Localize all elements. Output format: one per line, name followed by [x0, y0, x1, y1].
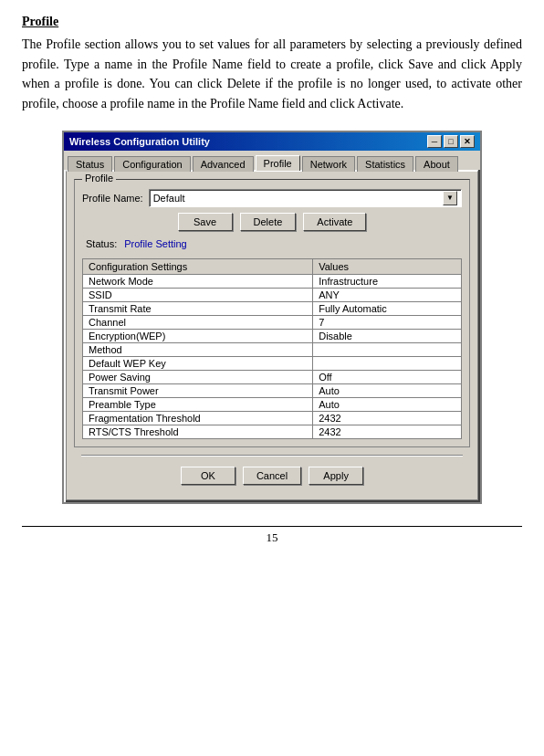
setting-value: 2432 — [313, 411, 462, 425]
setting-name: Transmit Power — [83, 383, 313, 397]
ok-button[interactable]: OK — [181, 467, 235, 485]
tab-profile[interactable]: Profile — [256, 155, 300, 171]
setting-value: Infrastructure — [313, 274, 462, 288]
close-button[interactable]: ✕ — [460, 135, 475, 148]
footer-divider — [81, 455, 463, 456]
setting-name: Method — [83, 342, 313, 356]
titlebar-controls: ─ □ ✕ — [427, 135, 475, 148]
table-row: Transmit PowerAuto — [83, 383, 462, 397]
table-row: Power SavingOff — [83, 370, 462, 383]
setting-value: Auto — [313, 383, 462, 397]
setting-value: Off — [313, 370, 462, 383]
setting-name: Power Saving — [83, 370, 313, 383]
col-header-settings: Configuration Settings — [83, 258, 313, 274]
table-row: Encryption(WEP)Disable — [83, 329, 462, 342]
table-row: Network ModeInfrastructure — [83, 274, 462, 288]
setting-name: SSID — [83, 288, 313, 301]
col-header-values: Values — [313, 258, 462, 274]
status-row: Status: Profile Setting — [82, 236, 462, 251]
tab-advanced[interactable]: Advanced — [193, 156, 254, 172]
table-row: Preamble TypeAuto — [83, 397, 462, 411]
table-row: SSIDANY — [83, 288, 462, 301]
dialog-content: Profile Profile Name: Default ▼ Save Del… — [66, 170, 478, 500]
table-row: Fragmentation Threshold2432 — [83, 411, 462, 425]
setting-name: Encryption(WEP) — [83, 329, 313, 342]
status-value: Profile Setting — [124, 238, 186, 249]
tab-network[interactable]: Network — [302, 156, 355, 172]
table-row: Transmit RateFully Automatic — [83, 301, 462, 315]
table-row: Channel7 — [83, 315, 462, 329]
status-label: Status: — [86, 238, 117, 249]
table-row: Method — [83, 342, 462, 356]
dialog-title: Wireless Configuration Utility — [69, 136, 210, 147]
dialog-titlebar: Wireless Configuration Utility ─ □ ✕ — [64, 132, 480, 151]
setting-value — [313, 342, 462, 356]
table-row: RTS/CTS Threshold2432 — [83, 425, 462, 438]
setting-name: RTS/CTS Threshold — [83, 425, 313, 438]
minimize-button[interactable]: ─ — [427, 135, 442, 148]
setting-name: Network Mode — [83, 274, 313, 288]
page-footer: 15 — [22, 526, 522, 545]
dialog-footer-buttons: OK Cancel Apply — [74, 461, 470, 492]
maximize-button[interactable]: □ — [444, 135, 458, 148]
setting-value: Disable — [313, 329, 462, 342]
dropdown-arrow-icon: ▼ — [443, 191, 457, 205]
setting-name: Fragmentation Threshold — [83, 411, 313, 425]
save-button[interactable]: Save — [178, 213, 233, 231]
apply-button[interactable]: Apply — [309, 467, 363, 485]
group-box-label: Profile — [82, 173, 116, 184]
setting-name: Preamble Type — [83, 397, 313, 411]
config-table: Configuration Settings Values Network Mo… — [82, 258, 462, 439]
setting-name: Default WEP Key — [83, 356, 313, 370]
tab-about[interactable]: About — [415, 156, 458, 172]
profile-name-label: Profile Name: — [82, 193, 143, 204]
description-text: The Profile section allows you to set va… — [22, 35, 522, 114]
profile-group-box: Profile Profile Name: Default ▼ Save Del… — [74, 179, 470, 447]
cancel-button[interactable]: Cancel — [243, 467, 301, 485]
delete-button[interactable]: Delete — [240, 213, 297, 231]
activate-button[interactable]: Activate — [303, 213, 366, 231]
setting-value: ANY — [313, 288, 462, 301]
setting-name: Transmit Rate — [83, 301, 313, 315]
setting-value: Fully Automatic — [313, 301, 462, 315]
table-row: Default WEP Key — [83, 356, 462, 370]
profile-name-row: Profile Name: Default ▼ — [82, 189, 462, 207]
setting-value: 7 — [313, 315, 462, 329]
tab-configuration[interactable]: Configuration — [114, 156, 190, 172]
tab-bar: Status Configuration Advanced Profile Ne… — [64, 151, 480, 170]
page-number: 15 — [267, 530, 278, 544]
profile-name-dropdown[interactable]: Default ▼ — [149, 189, 462, 207]
setting-value — [313, 356, 462, 370]
profile-name-value: Default — [153, 193, 185, 204]
tab-status[interactable]: Status — [68, 156, 112, 172]
setting-value: Auto — [313, 397, 462, 411]
page-title: Profile — [22, 15, 522, 29]
action-buttons-row: Save Delete Activate — [82, 213, 462, 231]
setting-value: 2432 — [313, 425, 462, 438]
tab-statistics[interactable]: Statistics — [357, 156, 413, 172]
dialog-window: Wireless Configuration Utility ─ □ ✕ Sta… — [62, 131, 482, 504]
setting-name: Channel — [83, 315, 313, 329]
